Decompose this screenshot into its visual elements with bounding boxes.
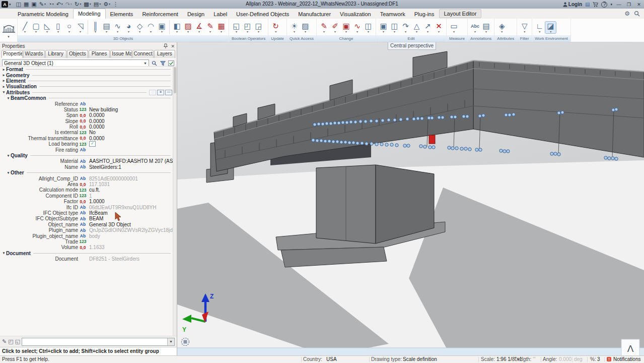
panel-tab-planes[interactable]: Planes: [89, 50, 110, 58]
selection-handle[interactable]: [454, 115, 457, 118]
selection-handle[interactable]: [361, 142, 364, 145]
selection-handle[interactable]: [375, 119, 378, 123]
selection-handle[interactable]: [333, 122, 336, 125]
union-icon[interactable]: ◱▾: [231, 22, 242, 33]
sphere-icon[interactable]: ○▾: [64, 22, 75, 33]
selection-handle[interactable]: [428, 146, 432, 149]
property-row[interactable]: NameAbSteelGirders:1: [0, 164, 173, 170]
selection-handle[interactable]: [344, 141, 347, 144]
selection-handle[interactable]: [561, 111, 564, 114]
selection-handle[interactable]: [431, 116, 434, 119]
status-zoom-value[interactable]: 3: [597, 356, 600, 362]
favorite-dropdown[interactable]: ▼: [22, 338, 175, 346]
selection-handle[interactable]: [503, 150, 506, 153]
selection-handle[interactable]: [423, 145, 426, 148]
selection-handle[interactable]: [412, 117, 415, 120]
find-document-icon[interactable]: ◔▾: [47, 1, 55, 8]
box-3d-icon[interactable]: ▢▾: [31, 22, 41, 33]
property-value[interactable]: No: [88, 130, 173, 135]
filter-funnel-icon[interactable]: ▽▾: [519, 22, 530, 33]
navigation-mode-icon[interactable]: ◪▾: [545, 22, 556, 33]
smart-object-icon[interactable]: ▣▾: [157, 22, 167, 33]
selection-handle[interactable]: [416, 117, 419, 120]
restore-button[interactable]: ❐: [625, 2, 632, 7]
property-row[interactable]: DocumentDF8251 - SteelGirders: [0, 256, 173, 262]
property-row[interactable]: MaterialAbAASHTO_LRFD:AASHTO M 207 (ASTM…: [0, 158, 173, 164]
intersect-icon[interactable]: ◲▾: [253, 22, 264, 33]
selection-handle[interactable]: [448, 146, 451, 149]
extrude-icon[interactable]: ◺▾: [42, 22, 52, 33]
label-block-icon[interactable]: ▤▾: [481, 22, 491, 33]
cylinder-icon[interactable]: ▯▾: [53, 22, 63, 33]
selection-handle[interactable]: [455, 147, 458, 150]
redo-icon[interactable]: ↷▾: [64, 1, 73, 8]
selection-handle[interactable]: [403, 144, 406, 147]
selection-handle[interactable]: [508, 113, 511, 116]
cone-icon[interactable]: ◹▾: [75, 22, 86, 33]
status-notifications-label[interactable]: Notifications: [613, 356, 640, 362]
add-attribute-button[interactable]: +: [157, 90, 164, 95]
stretch-icon[interactable]: ↗▾: [422, 22, 433, 33]
allplan-logo-icon[interactable]: A: [2, 1, 8, 8]
selection-handle[interactable]: [356, 142, 359, 145]
assign-attributes-icon[interactable]: ◈▾: [496, 22, 507, 33]
shop-cart-icon[interactable]: [593, 2, 598, 7]
move-icon[interactable]: ◫▾: [389, 22, 400, 33]
active-handle-red[interactable]: [429, 135, 435, 144]
property-row[interactable]: Span0,00.0000: [0, 112, 173, 118]
selection-handle[interactable]: [324, 140, 327, 143]
selection-handle[interactable]: [441, 116, 444, 119]
property-row[interactable]: Trade123: [0, 239, 173, 245]
selection-handle[interactable]: [419, 145, 422, 148]
settings-wrench-icon[interactable]: ⚙▾: [102, 1, 111, 8]
pin-icon[interactable]: [163, 43, 168, 49]
selection-handle[interactable]: [325, 122, 328, 125]
property-value[interactable]: 8251AdE0000000001: [88, 176, 173, 182]
property-value[interactable]: 1.0000: [88, 199, 173, 204]
section-header-attributes[interactable]: ▾Attributes◌+⋯: [0, 90, 173, 95]
menu-tab-teamwork[interactable]: Teamwork: [376, 10, 410, 19]
sweep-icon[interactable]: ◠▾: [146, 22, 156, 33]
selection-handle[interactable]: [345, 121, 348, 124]
selection-handle[interactable]: [612, 108, 615, 111]
selection-handle[interactable]: [475, 148, 478, 151]
panel-tab-connect[interactable]: Connect: [132, 50, 154, 58]
property-row[interactable]: Ifc IDAb06dtJEwUT9R9xnuQ1UD8YH: [0, 204, 173, 210]
selection-handle[interactable]: [381, 119, 384, 122]
gear-icon[interactable]: ⚙: [624, 10, 630, 17]
selection-handle[interactable]: [321, 123, 324, 126]
property-value[interactable]: 0.0000: [88, 112, 173, 118]
property-row[interactable]: Thermal transmittance0,00.0000: [0, 136, 173, 141]
save-favorite-icon[interactable]: ◱: [15, 338, 20, 345]
property-row[interactable]: IFC ObjectSubtypeAbBEAM: [0, 216, 173, 221]
beam-edit-icon[interactable]: ◫▾: [363, 22, 374, 33]
panel-list-icon[interactable]: ▤: [585, 2, 590, 7]
property-row[interactable]: ReferenceAb: [0, 101, 173, 106]
property-value[interactable]: QnJpZGdIOIN0ZWVsR2lyZGVyc18jdTFfI24xOkJv…: [88, 227, 173, 233]
tree-item-element[interactable]: ▸Element: [0, 78, 173, 84]
edit-element-icon[interactable]: ▣▾: [341, 22, 351, 33]
section-hatch-icon[interactable]: ▨▾: [300, 22, 311, 33]
selection-handle[interactable]: [482, 114, 485, 117]
property-value[interactable]: 1.1633: [88, 245, 173, 250]
menu-tab-manufacturer[interactable]: Manufacturer: [294, 10, 335, 19]
property-row[interactable]: Roll0,00.0000: [0, 124, 173, 130]
selection-handle[interactable]: [608, 157, 611, 160]
convert-plane-icon[interactable]: ◧▾: [172, 22, 182, 33]
bridge-main-tool-icon[interactable]: ▾: [0, 19, 18, 42]
column-3d-icon[interactable]: ║▾: [90, 22, 101, 33]
property-value[interactable]: New building: [88, 107, 173, 112]
selection-handle[interactable]: [380, 143, 383, 146]
more-icon[interactable]: ⋮: [112, 1, 119, 8]
revolve-icon[interactable]: ◕▾: [123, 22, 134, 33]
property-value[interactable]: 117.1031: [88, 182, 173, 187]
selection-handle[interactable]: [359, 120, 362, 123]
load-favorite-icon[interactable]: ◰: [8, 338, 13, 345]
menu-tab-layout-editor[interactable]: Layout Editor: [439, 9, 482, 18]
selection-handle[interactable]: [341, 121, 344, 124]
selection-handle[interactable]: [438, 116, 441, 119]
selection-handle[interactable]: [370, 142, 373, 145]
selection-handle[interactable]: [354, 120, 357, 124]
property-row[interactable]: Load bearing123✓: [0, 141, 173, 147]
slope-icon[interactable]: ∡▾: [194, 22, 204, 33]
